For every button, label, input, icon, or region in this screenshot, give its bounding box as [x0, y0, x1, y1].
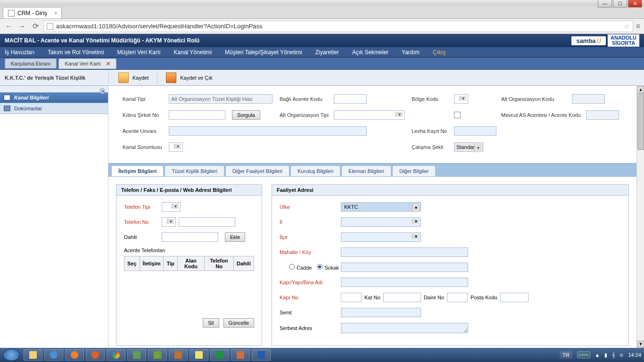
taskbar-item-firefox[interactable] — [86, 349, 105, 361]
input-kat-no[interactable] — [383, 293, 421, 302]
ws-tab-karsilama[interactable]: Karşılama Ekranı — [5, 58, 57, 68]
input-daire-no[interactable] — [447, 293, 468, 302]
menu-talep-sikayet[interactable]: Müşteri Talep/Şikayet Yönetimi — [225, 49, 302, 56]
systray-time[interactable]: 14:24 — [628, 352, 641, 358]
input-posta-kodu[interactable] — [500, 293, 528, 302]
forward-button[interactable]: → — [17, 21, 27, 32]
start-button[interactable] — [3, 349, 20, 361]
systray-wifi-icon[interactable]: ⎋ — [620, 352, 623, 358]
input-bagli-acente[interactable] — [334, 94, 367, 104]
back-button[interactable]: ← — [4, 21, 14, 32]
systray-flag-icon[interactable]: ▲ — [595, 352, 600, 358]
select-bolge-kodu[interactable] — [454, 94, 468, 104]
taskbar-item-word[interactable] — [252, 349, 271, 361]
window-minimize-button[interactable]: — — [598, 0, 612, 8]
taskbar-item-app1[interactable] — [127, 349, 146, 361]
tab-close-icon[interactable]: × — [54, 10, 58, 16]
select-il[interactable] — [341, 217, 421, 227]
content-area: ▲ ▼ Kanal Tipi Bağlı Acente Kodu Bölge K… — [108, 86, 644, 348]
select-alan-kodu[interactable] — [162, 217, 176, 227]
taskbar-item-app3[interactable] — [169, 349, 188, 361]
th-sec: Seç — [124, 256, 140, 271]
input-telefon-no[interactable] — [179, 217, 235, 227]
tab-kurulus[interactable]: Kuruluş Bilgileri — [290, 165, 340, 176]
input-kapi-yapi[interactable] — [341, 278, 468, 287]
taskbar-item-explorer[interactable] — [24, 349, 42, 361]
reload-button[interactable]: ⟳ — [30, 21, 41, 32]
sidebar-item-dokumanlar[interactable]: Dokümanlar — [0, 103, 108, 114]
radio-sokak[interactable] — [317, 264, 322, 270]
label-mevcut-as: Mevcut AS Acentesi / Acente Kodu — [501, 112, 581, 118]
label-dahili: Dahili — [124, 234, 162, 240]
systray-network-icon[interactable]: ▮ — [604, 352, 607, 358]
tab-iletisim[interactable]: İletişim Bilgileri — [111, 165, 164, 176]
th-telefon-no: Telefon No — [205, 256, 234, 271]
browser-menu-icon[interactable]: ≡ — [636, 22, 640, 31]
vertical-scrollbar[interactable]: ▲ ▼ — [636, 86, 644, 348]
select-ulke[interactable]: KKTC — [341, 202, 421, 212]
tab-eleman[interactable]: Eleman Bilgileri — [341, 165, 391, 176]
checkbox-mevcut-as[interactable] — [454, 112, 461, 118]
sidebar-item-kanal-bilgileri[interactable]: Kanal Bilgileri — [0, 92, 108, 103]
th-tip: Tip — [164, 256, 177, 271]
save-icon — [118, 73, 129, 83]
menu-is-havuzlari[interactable]: İş Havuzları — [5, 49, 34, 56]
tab-diger-faaliyet[interactable]: Diğer Faaliyet Bilgileri — [225, 165, 289, 176]
scroll-up-icon[interactable]: ▲ — [637, 86, 644, 93]
systray-battery[interactable]: 100% — [577, 352, 590, 358]
save-button[interactable]: Kaydet — [114, 71, 153, 85]
input-serbest-adres[interactable] — [341, 323, 468, 333]
taskbar-item-ie[interactable] — [44, 349, 63, 361]
sorgula-button[interactable]: Sorgula — [232, 110, 260, 120]
menu-acik-sekmeler[interactable]: Açık Sekmeler — [352, 49, 388, 56]
window-maximize-button[interactable]: ☐ — [613, 0, 627, 8]
input-kapi-no[interactable] — [341, 293, 362, 302]
input-cadde-sokak[interactable] — [341, 263, 468, 272]
taskbar-item-chrome[interactable] — [107, 349, 125, 361]
select-ilce[interactable] — [341, 232, 421, 242]
close-icon[interactable]: ✕ — [106, 61, 110, 66]
scroll-thumb[interactable] — [637, 93, 644, 150]
label-ulke: Ülke — [280, 204, 341, 210]
label-acente-unvani: Acente Unvanı — [123, 128, 157, 134]
th-iletisim: İletişim — [140, 256, 164, 271]
sidebar-collapse-button[interactable]: ◂ — [99, 88, 105, 94]
menu-takim-rol[interactable]: Takım ve Rol Yönetimi — [48, 49, 104, 56]
input-mahalle[interactable] — [341, 247, 468, 257]
systray-lang[interactable]: TR — [560, 351, 572, 359]
menu-ziyaretler[interactable]: Ziyaretler — [315, 49, 339, 56]
input-dahili[interactable] — [162, 232, 218, 242]
taskbar-item-notes[interactable] — [190, 349, 208, 361]
ekle-button[interactable]: Ekle — [225, 232, 245, 242]
radio-cadde[interactable] — [289, 264, 295, 270]
ws-tab-kanal-veri[interactable]: Kanal Veri Kartı ✕ — [58, 58, 116, 69]
menu-cikis[interactable]: Çıkış — [433, 49, 446, 56]
taskbar-item-app2[interactable] — [148, 349, 167, 361]
browser-tab[interactable]: CRM - Giriş × — [3, 7, 62, 18]
menu-kanal-yonetimi[interactable]: Kanal Yönetimi — [174, 49, 212, 56]
address-bar[interactable]: askacrmwasd1:10180/Advisor/servlet/Reque… — [43, 21, 633, 32]
label-posta-kodu: Posta Kodu — [471, 295, 497, 300]
window-close-button[interactable]: ✕ — [628, 0, 642, 8]
taskbar-item-paint[interactable] — [231, 349, 250, 361]
tab-diger-bilgiler[interactable]: Diğer Bilgiler — [392, 165, 436, 176]
guncelle-button[interactable]: Güncelle — [223, 318, 254, 328]
input-kibris-sirket[interactable] — [169, 110, 225, 120]
scroll-down-icon[interactable]: ▼ — [637, 341, 644, 347]
bookmark-star-icon[interactable]: ☆ — [624, 23, 630, 30]
taskbar-item-media[interactable] — [65, 349, 84, 361]
select-alt-org-tipi[interactable] — [334, 110, 405, 120]
select-kanal-sorumlusu[interactable] — [169, 142, 183, 152]
input-levha[interactable] — [454, 126, 496, 136]
select-telefon-tipi[interactable] — [162, 202, 181, 212]
input-acente-unvani[interactable] — [169, 126, 367, 136]
save-exit-button[interactable]: Kaydet ve Çık — [161, 71, 217, 85]
tab-tuzel-kisilik[interactable]: Tüzel Kişilik Bilgileri — [165, 165, 224, 176]
sil-button[interactable]: Sil — [203, 318, 219, 328]
menu-musteri-veri[interactable]: Müşteri Veri Kartı — [117, 49, 161, 56]
taskbar-item-excel[interactable] — [210, 349, 229, 361]
input-mevcut-as-kodu — [586, 110, 619, 120]
menu-yardim[interactable]: Yardım — [402, 49, 420, 56]
systray-volume-icon[interactable]: 𝄞 — [612, 352, 615, 358]
input-semt[interactable] — [341, 308, 421, 317]
